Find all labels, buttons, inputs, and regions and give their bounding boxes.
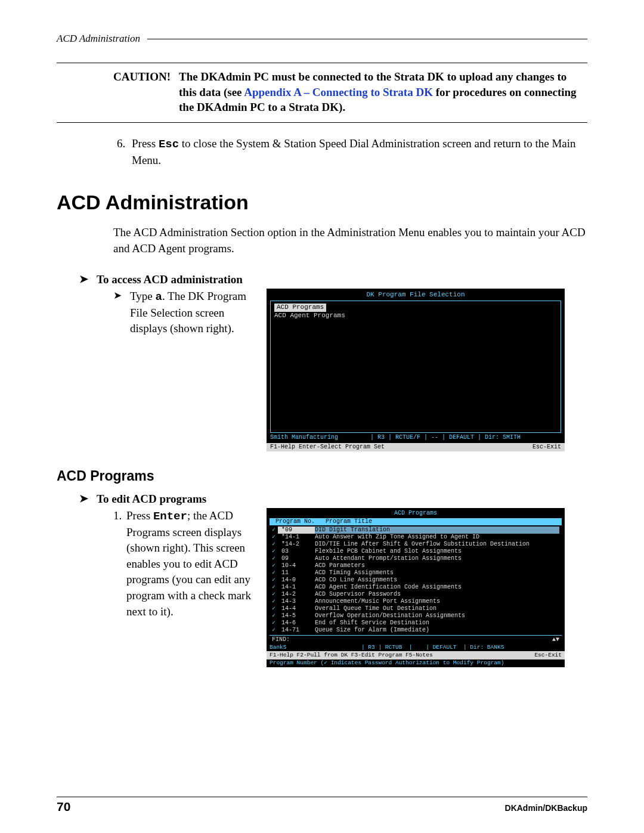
program-title: ACD Agent Identification Code Assignment… [315, 584, 559, 591]
program-title: Overall Queue Time Out Destination [315, 605, 559, 612]
appendix-a-link[interactable]: Appendix A – Connecting to Strata DK [244, 86, 433, 98]
table-row: ✓ 14-71Queue Size for Alarm (Immediate) [272, 627, 559, 634]
program-number: 09 [278, 555, 315, 562]
step6-before: Press [132, 137, 159, 150]
term1-foot-right: Esc-Exit [532, 444, 561, 451]
program-number: 11 [278, 569, 315, 577]
term1-box: ACD Programs ACD Agent Programs [270, 301, 561, 433]
triangle-icon: ➤ [113, 289, 122, 337]
term2-row-container: ✓ *09DID Digit Translation✓ *14-1Auto An… [270, 525, 562, 635]
section-heading: ACD Administration [57, 191, 587, 214]
a-key: a [155, 290, 162, 304]
program-title: ACD Parameters [315, 562, 559, 569]
checkmark-icon: ✓ [272, 605, 278, 612]
running-header: ACD Administration [57, 33, 587, 45]
term1-item-acd-agent-programs: ACD Agent Programs [274, 312, 557, 320]
table-row: ✓ 14-1ACD Agent Identification Code Assi… [272, 584, 559, 591]
header-rule [147, 39, 587, 39]
program-number: 14-3 [278, 598, 315, 605]
intro-paragraph: The ACD Administration Section option in… [113, 225, 587, 256]
term2-find-label: FIND: [272, 636, 290, 643]
term2-title: ACD Programs [270, 510, 562, 517]
procedure-2-heading: ➤ To edit ACD programs [79, 493, 587, 506]
caution-label: CAUTION! [113, 69, 179, 115]
step-number: 1. [113, 508, 126, 620]
checkmark-icon: ✓ [272, 569, 278, 577]
subsection-heading: ACD Programs [57, 468, 587, 484]
checkmark-icon: ✓ [272, 534, 278, 541]
proc2-step-1: 1. Press Enter; the ACD Programs screen … [113, 508, 253, 620]
term1-foot-left: F1-Help Enter-Select Program Set [270, 444, 385, 451]
program-number: *09 [278, 527, 315, 534]
running-title: ACD Administration [57, 33, 140, 45]
program-number: 14-4 [278, 605, 315, 612]
program-title: Flexbile PCB Cabinet and Slot Assignment… [315, 548, 559, 555]
program-title: ACD Supervisor Passwords [315, 591, 559, 598]
program-number: 14-71 [278, 627, 315, 634]
checkmark-icon: ✓ [272, 620, 278, 627]
checkmark-icon: ✓ [272, 598, 278, 605]
proc1-before: Type [130, 290, 155, 302]
program-title: Auto Answer with Zip Tone Assigned to Ag… [315, 534, 559, 541]
checkmark-icon: ✓ [272, 555, 278, 562]
table-row: ✓ 11ACD Timing Assignments [272, 569, 559, 577]
term1-title: DK Program File Selection [270, 291, 561, 299]
proc1-step: ➤ Type a. The DK Program File Selection … [113, 289, 253, 337]
enter-key: Enter [153, 510, 187, 523]
caution-top-rule [57, 63, 587, 63]
term2-status-line: BankS | R3 | RCTUB | | DEFAULT | Dir: BA… [270, 644, 562, 651]
table-row: ✓ 14-3Announcement/Music Port Assignment… [272, 598, 559, 605]
page-number: 70 [57, 800, 70, 814]
program-number: 03 [278, 548, 315, 555]
program-number: 10-4 [278, 562, 315, 569]
program-title: ACD Timing Assignments [315, 569, 559, 577]
footer-rule [57, 797, 587, 797]
program-number: 14-1 [278, 584, 315, 591]
table-row: ✓ 10-4ACD Parameters [272, 562, 559, 569]
table-row: ✓ *14-1Auto Answer with Zip Tone Assigne… [272, 534, 559, 541]
step-6: Press Esc to close the System & Station … [128, 136, 587, 168]
checkmark-icon: ✓ [272, 591, 278, 598]
checkmark-icon: ✓ [272, 627, 278, 634]
step6-after: to close the System & Station Speed Dial… [132, 137, 576, 166]
screenshot-file-selection: DK Program File Selection ACD Programs A… [267, 289, 565, 451]
term2-column-header: Program No. Program Title [270, 518, 562, 525]
term2-foot-left: F1-Help F2-Pull from DK F3-Edit Program … [270, 652, 433, 658]
checkmark-icon: ✓ [272, 527, 278, 534]
proc2-after: ; the ACD Programs screen displays (show… [126, 509, 251, 618]
caution-block: CAUTION! The DKAdmin PC must be connecte… [113, 69, 581, 115]
program-number: 14-0 [278, 577, 315, 584]
proc1-title: To access ACD administration [97, 273, 243, 286]
program-title: DID/TIE Line After Shift & Overflow Subs… [315, 541, 559, 548]
table-row: ✓ 14-4Overall Queue Time Out Destination [272, 605, 559, 612]
table-row: ✓ 14-0ACD CO Line Assignments [272, 577, 559, 584]
program-number: 14-2 [278, 591, 315, 598]
table-row: ✓ 14-6End of Shift Service Destination [272, 620, 559, 627]
program-number: 14-6 [278, 620, 315, 627]
checkmark-icon: ✓ [272, 584, 278, 591]
proc2-title: To edit ACD programs [97, 493, 206, 506]
table-row: ✓ 14-5Overflow Operation/Destination Ass… [272, 612, 559, 620]
table-row: ✓ 03Flexbile PCB Cabinet and Slot Assign… [272, 548, 559, 555]
table-row: ✓ 09Auto Attendant Prompt/station Assign… [272, 555, 559, 562]
table-row: ✓ *09DID Digit Translation [272, 527, 559, 534]
caution-bottom-rule [57, 122, 587, 123]
program-number: *14-1 [278, 534, 315, 541]
program-number: 14-5 [278, 612, 315, 620]
program-title: Queue Size for Alarm (Immediate) [315, 627, 559, 634]
proc2-step-text: Press Enter; the ACD Programs screen dis… [126, 508, 253, 620]
table-row: ✓ *14-2DID/TIE Line After Shift & Overfl… [272, 541, 559, 548]
caution-body: The DKAdmin PC must be connected to the … [179, 69, 581, 115]
program-number: *14-2 [278, 541, 315, 548]
proc2-before: Press [126, 509, 153, 522]
program-title: ACD CO Line Assignments [315, 577, 559, 584]
proc1-step-text: Type a. The DK Program File Selection sc… [130, 289, 253, 337]
term1-item-acd-programs: ACD Programs [274, 304, 326, 312]
checkmark-icon: ✓ [272, 562, 278, 569]
program-title: Announcement/Music Port Assignments [315, 598, 559, 605]
procedure-1-heading: ➤ To access ACD administration [79, 273, 587, 286]
checkmark-icon: ✓ [272, 548, 278, 555]
term2-footer: F1-Help F2-Pull from DK F3-Edit Program … [267, 651, 565, 659]
triangle-icon: ➤ [79, 273, 88, 286]
table-row: ✓ 14-2ACD Supervisor Passwords [272, 591, 559, 598]
